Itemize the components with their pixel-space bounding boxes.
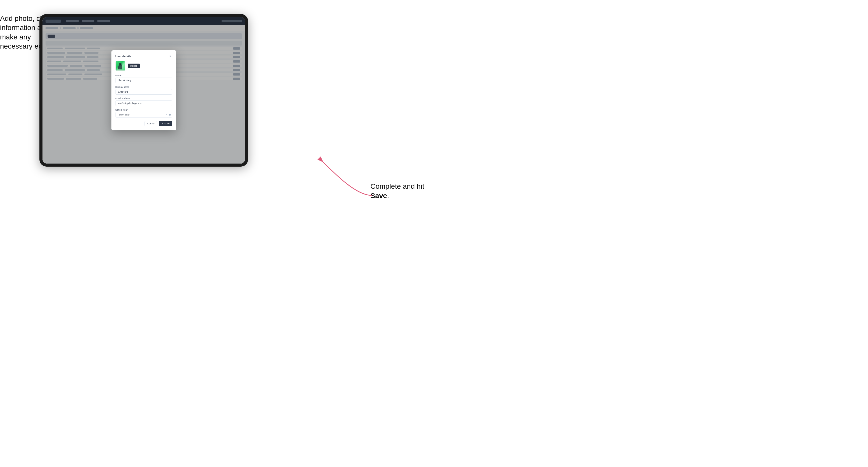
display-name-label: Display name <box>116 86 172 88</box>
tablet-frame: User details × Upload Name Dis <box>39 14 248 166</box>
school-year-input[interactable] <box>116 112 172 118</box>
photo-section: Upload <box>116 61 172 71</box>
arrow-down-icon <box>169 115 171 116</box>
email-field-group: Email address <box>116 97 172 106</box>
arrow-up-icon <box>169 114 171 115</box>
school-year-controls: × <box>165 113 171 117</box>
modal-overlay: User details × Upload Name Dis <box>42 17 245 163</box>
user-photo-thumbnail <box>116 61 125 71</box>
tablet-screen: User details × Upload Name Dis <box>42 17 245 163</box>
user-photo-image <box>116 61 125 70</box>
save-button-label: Save <box>164 122 170 125</box>
school-year-field-group: School Year × <box>116 108 172 118</box>
upload-photo-button[interactable]: Upload <box>128 64 140 68</box>
email-label: Email address <box>116 97 172 100</box>
name-input[interactable] <box>116 77 172 83</box>
right-annotation-text1: Complete and hit <box>370 182 424 190</box>
cancel-button[interactable]: Cancel <box>145 121 157 126</box>
school-year-clear-button[interactable]: × <box>165 114 168 116</box>
modal-footer: Cancel ⬆ Save <box>116 121 172 126</box>
school-year-arrows-button[interactable] <box>169 113 171 117</box>
display-name-field-group: Display name <box>116 86 172 95</box>
save-button[interactable]: ⬆ Save <box>159 121 172 126</box>
name-label: Name <box>116 74 172 77</box>
modal-title-bar: User details × <box>116 55 172 58</box>
display-name-input[interactable] <box>116 89 172 95</box>
user-details-modal: User details × Upload Name Dis <box>112 50 176 130</box>
school-year-wrapper: × <box>116 112 172 118</box>
school-year-label: School Year <box>116 108 172 111</box>
right-annotation-bold: Save <box>370 192 387 200</box>
save-icon: ⬆ <box>161 122 163 125</box>
right-annotation-text2: . <box>387 192 389 200</box>
right-annotation: Complete and hit Save. <box>370 182 429 200</box>
email-input[interactable] <box>116 100 172 106</box>
modal-close-button[interactable]: × <box>169 55 172 58</box>
modal-title: User details <box>116 55 131 58</box>
name-field-group: Name <box>116 74 172 83</box>
